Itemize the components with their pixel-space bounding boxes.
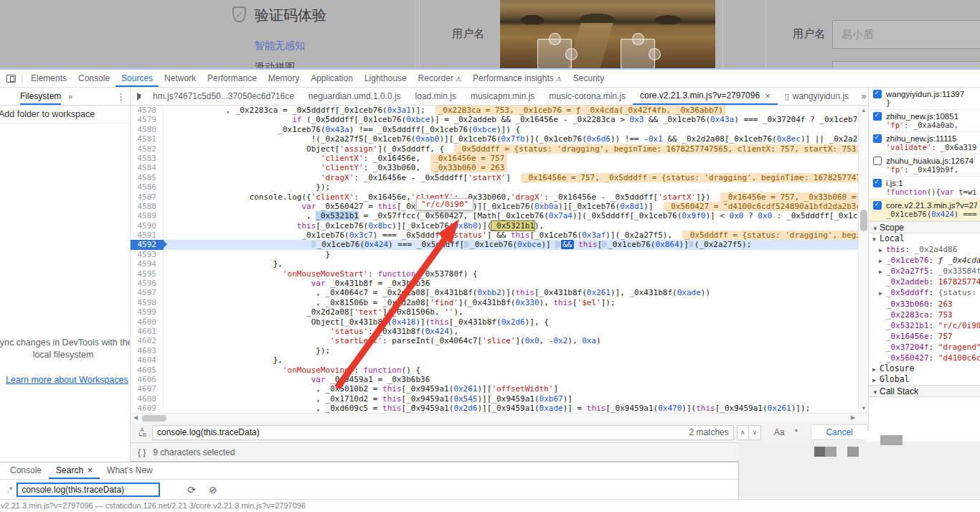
replace-toggle-icon[interactable]: A↳B xyxy=(136,427,148,437)
scope-variable[interactable]: _0x560427: "d4100c6cdf524890a1bfd2da2b3c… xyxy=(869,353,980,363)
code-line[interactable]: 4600 Object[_0x431b8f(0x418)](this[_0x43… xyxy=(131,317,858,327)
code-line[interactable]: 4609 , _0xd609c5 = this[_0x9459a1(0x2d6)… xyxy=(131,404,858,413)
code-line[interactable]: 4586 }); xyxy=(131,182,858,192)
close-icon[interactable]: × xyxy=(765,90,771,101)
tab-performance-insights[interactable]: Performance insights⚠ xyxy=(467,70,567,87)
horizontal-scrollbar[interactable]: ◀ ▶ xyxy=(131,413,868,422)
scope-global-group[interactable]: ▶Global xyxy=(869,374,980,385)
captcha-puzzle-image[interactable] xyxy=(500,0,715,68)
username-input[interactable]: 易小盾 xyxy=(832,20,980,49)
scope-section-header[interactable]: ▼Scope xyxy=(869,221,980,233)
code-line[interactable]: 4601 'status': _0x431b8f(0x424), xyxy=(131,327,858,336)
tab-elements[interactable]: Elements xyxy=(25,70,72,87)
scope-variable[interactable]: _0x16456e: 757 xyxy=(869,331,980,342)
scroll-up-icon[interactable]: ▲ xyxy=(859,106,868,115)
scope-variable[interactable]: _0x33b060: 263 xyxy=(869,299,980,309)
code-line[interactable]: 4592 _0x1ceb76(0x424) === _0x5dddff[_0x1… xyxy=(131,240,858,249)
scope-variable[interactable]: ▶_0x2a27f5: _0x33584f {ev xyxy=(869,266,980,276)
close-icon[interactable]: × xyxy=(88,465,93,475)
breakpoint-checkbox[interactable] xyxy=(873,112,882,121)
line-number[interactable]: 4603 xyxy=(131,346,164,355)
tab-recorder[interactable]: Recorder⚠ xyxy=(413,70,467,87)
file-tab[interactable]: load.min.js xyxy=(408,88,463,105)
scroll-left-icon[interactable]: ◀ xyxy=(131,414,141,422)
line-number[interactable]: 4580 xyxy=(131,125,164,134)
cancel-button[interactable]: Cancel xyxy=(811,424,868,440)
code-editor[interactable]: 4578 , _0x2283ca = _0x5dddff[_0x1ceb76(0… xyxy=(131,106,868,422)
file-tab[interactable]: ▯wangyiyidun.js xyxy=(778,88,856,105)
line-number[interactable]: 4597 xyxy=(131,288,164,297)
breakpoint-entry[interactable]: core.v2.21.3.min.js?v=2797096_0x1ceb76(0… xyxy=(869,199,980,221)
line-number[interactable]: 4593 xyxy=(131,250,164,259)
learn-workspaces-link[interactable]: Learn more about Workspaces xyxy=(0,375,131,385)
scope-variable[interactable]: _0x5321b1: "r/c/0i90" xyxy=(869,320,980,331)
line-number[interactable]: 4581 xyxy=(131,134,164,144)
code-line[interactable]: 4605 'onMouseMoving': function() { xyxy=(131,366,858,375)
line-number[interactable]: 4585 xyxy=(131,173,164,182)
breakpoint-checkbox[interactable] xyxy=(873,179,882,187)
code-line[interactable]: 4591 _0x1ceb76(0x3c7) === _0x5dddff['sta… xyxy=(131,231,858,240)
tab-memory[interactable]: Memory xyxy=(263,70,305,87)
file-tab[interactable]: musicapm.min.js xyxy=(463,88,542,105)
code-line[interactable]: 4578 , _0x2283ca = _0x5dddff[_0x1ceb76(0… xyxy=(131,106,858,115)
line-number[interactable]: 4599 xyxy=(131,307,164,317)
scope-variable[interactable]: _0x2addeb: 1678257747565 xyxy=(869,276,980,287)
inline-step-marker-icon[interactable] xyxy=(689,241,694,248)
file-tab[interactable]: neguardian.umd.1.0.0.js xyxy=(301,88,408,105)
code-line[interactable]: 4606 var _0x9459a1 = _0x3b6b36 xyxy=(131,375,858,384)
scope-closure-group[interactable]: ▶Closure xyxy=(869,363,980,374)
tab-network[interactable]: Network xyxy=(159,70,202,87)
code-line[interactable]: 4593 } xyxy=(131,250,858,259)
code-line[interactable]: 4588 var _0x560427 = this[_0x1ceb76(0xc1… xyxy=(131,202,858,211)
breakpoint-entry[interactable]: i.js:1!function(){var t=wind xyxy=(869,177,980,199)
line-number[interactable]: 4602 xyxy=(131,336,164,345)
file-tab[interactable]: core.v2.21.3.min.js?v=2797096× xyxy=(633,88,778,105)
line-number[interactable]: 4591 xyxy=(131,231,164,240)
code-line[interactable]: 4584 'clientY': _0x33b060,_0x33b060 = 26… xyxy=(131,163,858,172)
line-number[interactable]: 4606 xyxy=(131,375,164,384)
code-line[interactable]: 4602 'startLeft': parseInt(_0x4064c7['sl… xyxy=(131,336,858,345)
add-folder-button[interactable]: Add folder to workspace xyxy=(0,106,130,124)
match-case-toggle[interactable]: Aa xyxy=(774,427,785,437)
tab-sources[interactable]: Sources xyxy=(116,70,159,87)
code-line[interactable]: 4595 'onMouseMoveStart': function(_0x537… xyxy=(131,269,858,279)
toggle-device-toolbar-icon[interactable] xyxy=(6,75,16,83)
search-result-status[interactable]: v2.21.3.min.js?v=2797096 — cstaticdun.12… xyxy=(0,499,980,512)
code-line[interactable]: 4582 Object['assign'](_0x5dddff, {_0x5dd… xyxy=(131,144,858,154)
more-navigator-tabs-icon[interactable]: » xyxy=(68,92,72,101)
scope-variable[interactable]: ▶_0x1ceb76: ƒ _0x4cda(_0x42f4fb, _0x36ab… xyxy=(869,255,980,266)
tab-console[interactable]: Console xyxy=(72,70,116,87)
line-number[interactable]: 4586 xyxy=(131,182,164,192)
horizontal-scroll-thumb[interactable] xyxy=(142,415,166,422)
line-number[interactable]: 4590 xyxy=(131,221,164,231)
line-number[interactable]: 4587 xyxy=(131,192,164,202)
line-number[interactable]: 4609 xyxy=(131,404,164,413)
line-number[interactable]: 4582 xyxy=(131,144,164,154)
tab-smart-captcha[interactable]: 智能无感知 xyxy=(255,39,305,52)
code-line[interactable]: 4594 }, xyxy=(131,259,858,269)
breakpoint-checkbox[interactable] xyxy=(873,134,882,143)
tab-lighthouse[interactable]: Lighthouse xyxy=(359,70,413,87)
line-number[interactable]: 4583 xyxy=(131,154,164,163)
line-number[interactable]: 4584 xyxy=(131,163,164,172)
regex-toggle[interactable]: * xyxy=(794,427,798,437)
line-number[interactable]: 4588 xyxy=(131,202,164,211)
scope-variable[interactable]: ▶_0x5dddff: {status: 'dragging', beginTi… xyxy=(869,287,980,298)
scope-variable[interactable]: _0x37204f: "dragend" xyxy=(869,342,980,353)
line-number[interactable]: 4595 xyxy=(131,269,164,279)
code-line[interactable]: 4585 'dragX': _0x16456e - _0x5dddff['sta… xyxy=(131,173,858,182)
breakpoint-entry[interactable]: zhihu_new.js:11115'validate': _0x6a319c xyxy=(869,132,980,154)
scroll-right-icon[interactable]: ▶ xyxy=(848,414,858,422)
next-match-button[interactable]: ∨ xyxy=(749,425,761,440)
find-input[interactable]: console.log(this.traceData) 2 matches xyxy=(152,425,734,440)
tab-security[interactable]: Security xyxy=(567,70,610,87)
puzzle-piece[interactable] xyxy=(537,39,572,68)
clear-icon[interactable]: ⊘ xyxy=(209,484,217,495)
line-number[interactable]: 4578 xyxy=(131,106,164,115)
code-lines[interactable]: 4578 , _0x2283ca = _0x5dddff[_0x1ceb76(0… xyxy=(131,106,858,413)
drawer-tab-search[interactable]: Search× xyxy=(49,462,100,479)
drawer-tab-console[interactable]: Console xyxy=(3,462,49,479)
inline-step-marker-icon[interactable] xyxy=(555,241,560,248)
code-line[interactable]: 4589 , _0x5321b1 = _0x57ffcc(_0x560427, … xyxy=(131,211,858,220)
line-number[interactable]: 4601 xyxy=(131,327,164,336)
